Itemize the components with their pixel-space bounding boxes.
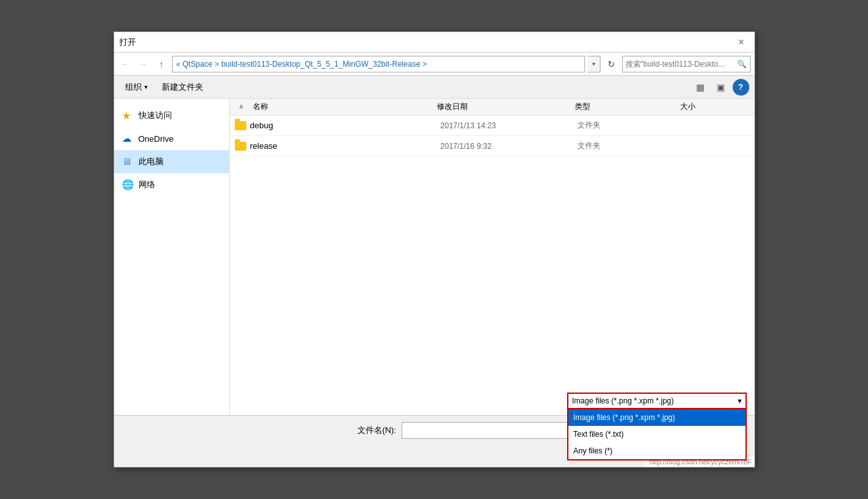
sidebar-label-onedrive: OneDrive [139,134,174,144]
breadcrumb-text: « QtSpace > build-test0113-Desktop_Qt_5_… [176,60,427,69]
dropdown-item-image-files[interactable]: Image files (*.png *.xpm *.jpg) [568,409,745,426]
filetype-dropdown-container: Image files (*.png *.xpm *.jpg) ▾ Image … [567,393,747,461]
file-name-text: debug [250,121,273,130]
organize-button[interactable]: 组织 ▾ [119,79,153,96]
sidebar: ★ 快速访问 ☁ OneDrive 🖥 此电脑 🌐 网络 [114,99,230,415]
table-row[interactable]: debug 2017/1/13 14:23 文件夹 [230,115,754,136]
file-name-cell: debug [235,121,441,130]
forward-button[interactable]: → [136,56,151,72]
file-type: 文件夹 [577,120,680,131]
filetype-dropdown-menu: Image files (*.png *.xpm *.jpg)Text file… [567,409,747,461]
sidebar-label-network: 网络 [139,179,155,190]
up-button[interactable]: ↑ [154,56,169,72]
main-content: ★ 快速访问 ☁ OneDrive 🖥 此电脑 🌐 网络 ∧ 名称 [114,99,754,415]
pc-icon: 🖥 [122,156,133,167]
folder-icon [235,121,246,130]
view-button-grid[interactable]: ▦ [692,79,710,96]
file-date: 2017/1/13 14:23 [440,121,577,130]
sort-up-icon[interactable]: ∧ [235,101,248,114]
file-name-text: release [250,141,278,151]
filetype-trigger-text: Image files (*.png *.xpm *.jpg) [572,396,674,405]
col-header-size[interactable]: 大小 [677,101,749,112]
network-icon: 🌐 [122,179,133,190]
dropdown-item-any-files[interactable]: Any files (*) [568,443,745,459]
refresh-button[interactable]: ↻ [603,56,620,72]
sidebar-label-this-pc: 此电脑 [139,156,164,167]
sidebar-item-network[interactable]: 🌐 网络 [114,173,229,196]
file-list: ∧ 名称 修改日期 类型 大小 debug 2017/1/13 14:23 文件… [230,99,754,415]
sidebar-item-this-pc[interactable]: 🖥 此电脑 [114,150,229,173]
sidebar-label-quick-access: 快速访问 [139,110,172,121]
bottom-bar: 文件名(N): Image files (*.png *.xpm *.jpg) … [114,415,754,467]
view-button-details[interactable]: ▣ [712,79,730,96]
table-row[interactable]: release 2017/1/16 9:32 文件夹 [230,136,754,156]
new-folder-button[interactable]: 新建文件夹 [156,79,209,96]
search-bar: 🔍 [622,56,751,72]
filename-label: 文件名(N): [357,425,396,436]
title-bar: 打开 × [114,32,754,53]
folder-icon [235,142,246,151]
breadcrumb[interactable]: « QtSpace > build-test0113-Desktop_Qt_5_… [172,56,585,72]
dropdown-item-text-files[interactable]: Text files (*.txt) [568,426,745,443]
filetype-trigger-arrow: ▾ [738,396,742,405]
star-icon: ★ [122,110,133,121]
search-input[interactable] [623,60,735,69]
back-button[interactable]: ← [118,56,133,72]
dialog-title: 打开 [119,37,136,48]
help-button[interactable]: ? [733,79,749,96]
address-bar: ← → ↑ « QtSpace > build-test0113-Desktop… [114,53,754,76]
col-header-date[interactable]: 修改日期 [434,101,572,112]
file-list-header: ∧ 名称 修改日期 类型 大小 [230,99,754,115]
breadcrumb-dropdown-button[interactable]: ▾ [588,56,600,72]
file-type: 文件夹 [577,140,680,151]
file-date: 2017/1/16 9:32 [440,142,577,151]
toolbar: 组织 ▾ 新建文件夹 ▦ ▣ ? [114,76,754,99]
open-dialog: 打开 × ← → ↑ « QtSpace > build-test0113-De… [114,31,755,468]
col-header-name[interactable]: 名称 [250,101,271,112]
file-name-cell: release [235,141,441,151]
filetype-dropdown-trigger[interactable]: Image files (*.png *.xpm *.jpg) ▾ [567,393,747,409]
search-icon[interactable]: 🔍 [735,56,750,72]
cloud-icon: ☁ [122,133,133,144]
sidebar-item-onedrive[interactable]: ☁ OneDrive [114,127,229,150]
col-header-type[interactable]: 类型 [572,101,677,112]
file-rows-container: debug 2017/1/13 14:23 文件夹 release 2017/1… [230,115,754,156]
close-button[interactable]: × [734,35,749,50]
sidebar-item-quick-access[interactable]: ★ 快速访问 [114,104,229,127]
